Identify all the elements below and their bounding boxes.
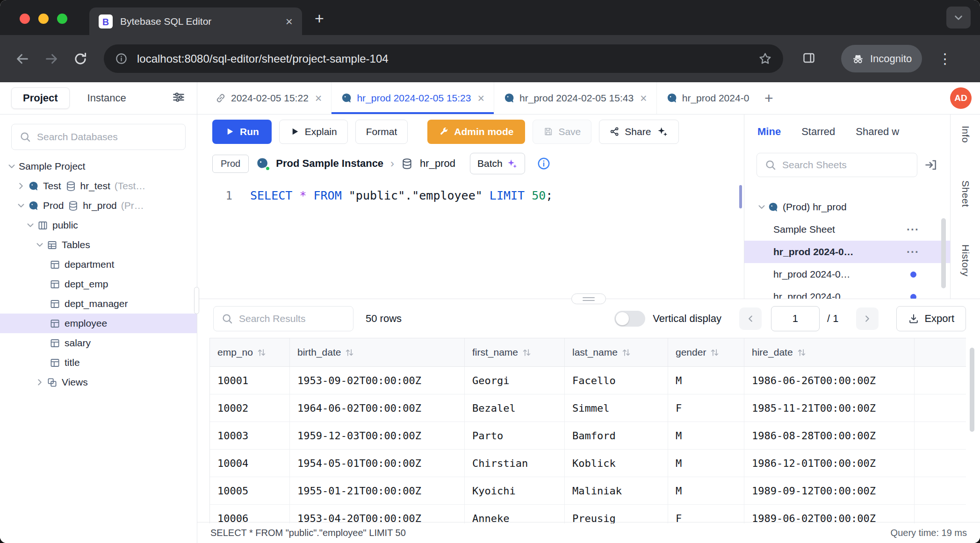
run-button[interactable]: Run xyxy=(212,120,272,144)
new-browser-tab-button[interactable]: + xyxy=(310,9,328,27)
chevron-down-icon[interactable] xyxy=(35,240,45,250)
column-header-birth_date[interactable]: birth_date xyxy=(290,338,465,366)
table-cell[interactable]: Kyoichi xyxy=(465,477,565,504)
tree-item-tables[interactable]: Tables xyxy=(0,235,197,255)
sheet-group[interactable]: (Prod) hr_prod xyxy=(744,196,950,218)
table-cell[interactable]: Bezalel xyxy=(465,394,565,422)
chevron-down-icon[interactable] xyxy=(25,220,36,230)
column-header-first_name[interactable]: first_name xyxy=(465,338,565,366)
sheet-tab[interactable]: hr_prod 2024-0 xyxy=(657,82,759,114)
table-cell[interactable]: M xyxy=(668,477,744,504)
minimize-window-button[interactable] xyxy=(38,14,49,24)
forward-button[interactable] xyxy=(42,50,61,68)
side-panel-toggle-button[interactable] xyxy=(802,51,816,67)
user-avatar[interactable]: AD xyxy=(950,87,972,109)
table-cell[interactable]: M xyxy=(668,422,744,449)
tree-item-views[interactable]: Views xyxy=(0,372,197,392)
table-cell[interactable]: M xyxy=(668,367,744,394)
sidebar-resize-handle[interactable] xyxy=(194,287,199,314)
table-cell[interactable]: 10001 xyxy=(210,367,290,394)
vertical-display-toggle[interactable] xyxy=(614,311,645,327)
table-cell[interactable]: 1953-04-20T00:00:00Z xyxy=(290,505,465,523)
tree-item-department[interactable]: department xyxy=(0,255,197,274)
column-header-last_name[interactable]: last_name xyxy=(565,338,668,366)
explain-button[interactable]: Explain xyxy=(279,120,348,144)
sheet-tab[interactable]: 2024-02-05 15:22× xyxy=(206,82,331,114)
chevron-down-icon[interactable] xyxy=(16,200,26,211)
sheet-item-menu-icon[interactable]: ··· xyxy=(907,223,919,236)
connection-info-icon[interactable] xyxy=(537,157,551,171)
sql-editor[interactable]: 1 SELECT * FROM "public"."employee" LIMI… xyxy=(197,179,744,299)
table-cell[interactable]: 10004 xyxy=(210,450,290,477)
tree-item-dept-manager[interactable]: dept_manager xyxy=(0,294,197,314)
sheet-search-input[interactable] xyxy=(782,159,909,171)
format-button[interactable]: Format xyxy=(355,120,408,144)
table-cell[interactable]: 1986-12-01T00:00:00Z xyxy=(744,450,915,477)
table-cell[interactable]: 1964-06-02T00:00:00Z xyxy=(290,394,465,422)
tree-item-salary[interactable]: salary xyxy=(0,333,197,353)
table-cell[interactable]: Parto xyxy=(465,422,565,449)
table-cell[interactable]: Simmel xyxy=(565,394,668,422)
table-cell[interactable]: Anneke xyxy=(465,505,565,523)
results-search-input[interactable] xyxy=(239,313,346,324)
table-cell[interactable]: 1955-01-21T00:00:00Z xyxy=(290,477,465,504)
sheet-item[interactable]: hr_prod 2024-0…··· xyxy=(744,241,950,263)
close-sheet-tab-icon[interactable]: × xyxy=(315,93,322,104)
tab-search-chevron-button[interactable] xyxy=(946,7,971,29)
table-cell[interactable]: Preusig xyxy=(565,505,668,523)
fullscreen-window-button[interactable] xyxy=(57,14,67,24)
url-bar[interactable]: localhost:8080/sql-editor/sheet/project-… xyxy=(104,44,783,73)
rail-tab-info[interactable]: Info xyxy=(960,126,971,143)
site-info-icon[interactable] xyxy=(115,52,128,65)
sheet-tab[interactable]: hr_prod 2024-02-05 15:43× xyxy=(494,82,657,114)
tab-instance[interactable]: Instance xyxy=(87,92,126,104)
tree-item-employee[interactable]: employee xyxy=(0,314,197,333)
chevron-right-icon[interactable] xyxy=(16,181,26,191)
table-cell[interactable]: F xyxy=(668,394,744,422)
sql-code[interactable]: SELECT * FROM "public"."employee" LIMIT … xyxy=(232,189,553,202)
table-cell[interactable]: 1986-08-28T00:00:00Z xyxy=(744,422,915,449)
bookmark-star-icon[interactable] xyxy=(758,52,772,65)
rail-tab-sheet[interactable]: Sheet xyxy=(960,180,971,207)
column-header-hire_date[interactable]: hire_date xyxy=(744,338,915,366)
close-sheet-tab-icon[interactable]: × xyxy=(477,93,484,104)
tree-item-prod[interactable]: Prodhr_prod(Pr… xyxy=(0,196,197,215)
prev-page-button[interactable] xyxy=(739,307,762,330)
sheet-item[interactable]: hr_prod 2024-0… xyxy=(744,263,950,286)
tree-item-sample-project[interactable]: Sample Project xyxy=(0,157,197,176)
chevron-down-icon[interactable] xyxy=(7,161,17,171)
table-cell[interactable]: 1954-05-01T00:00:00Z xyxy=(290,450,465,477)
table-cell[interactable]: Bamford xyxy=(565,422,668,449)
tree-item-public[interactable]: public xyxy=(0,215,197,235)
table-cell[interactable]: 10006 xyxy=(210,505,290,523)
editor-scrollbar[interactable] xyxy=(739,185,742,208)
share-button[interactable]: Share xyxy=(599,120,679,144)
table-cell[interactable]: 1989-09-12T00:00:00Z xyxy=(744,477,915,504)
environment-chip[interactable]: Prod xyxy=(212,155,249,173)
back-button[interactable] xyxy=(13,50,32,68)
table-cell[interactable]: 1985-11-21T00:00:00Z xyxy=(744,394,915,422)
sheet-item[interactable]: hr_prod 2024-0… xyxy=(744,286,950,299)
table-cell[interactable]: 10002 xyxy=(210,394,290,422)
table-cell[interactable]: 10005 xyxy=(210,477,290,504)
table-cell[interactable]: Chirstian xyxy=(465,450,565,477)
table-cell[interactable]: 1986-06-26T00:00:00Z xyxy=(744,367,915,394)
table-cell[interactable]: 1989-06-02T00:00:00Z xyxy=(744,505,915,523)
table-cell[interactable]: Facello xyxy=(565,367,668,394)
table-cell[interactable]: Maliniak xyxy=(565,477,668,504)
sheet-item[interactable]: Sample Sheet··· xyxy=(744,218,950,241)
instance-name[interactable]: Prod Sample Instance xyxy=(276,157,383,170)
save-button[interactable]: Save xyxy=(533,120,591,144)
browser-tab[interactable]: B Bytebase SQL Editor × xyxy=(89,7,302,35)
table-cell[interactable]: F xyxy=(668,505,744,523)
sheet-panel-scrollbar[interactable] xyxy=(941,218,946,288)
tree-item-test[interactable]: Testhr_test(Test… xyxy=(0,176,197,196)
table-cell[interactable]: Georgi xyxy=(465,367,565,394)
batch-button[interactable]: Batch xyxy=(470,153,525,174)
close-sheet-tab-icon[interactable]: × xyxy=(640,93,647,104)
table-cell[interactable]: 1953-09-02T00:00:00Z xyxy=(290,367,465,394)
table-cell[interactable]: M xyxy=(668,450,744,477)
chevron-right-icon[interactable] xyxy=(35,377,45,387)
table-cell[interactable]: 10003 xyxy=(210,422,290,449)
rail-tab-history[interactable]: History xyxy=(960,244,971,277)
